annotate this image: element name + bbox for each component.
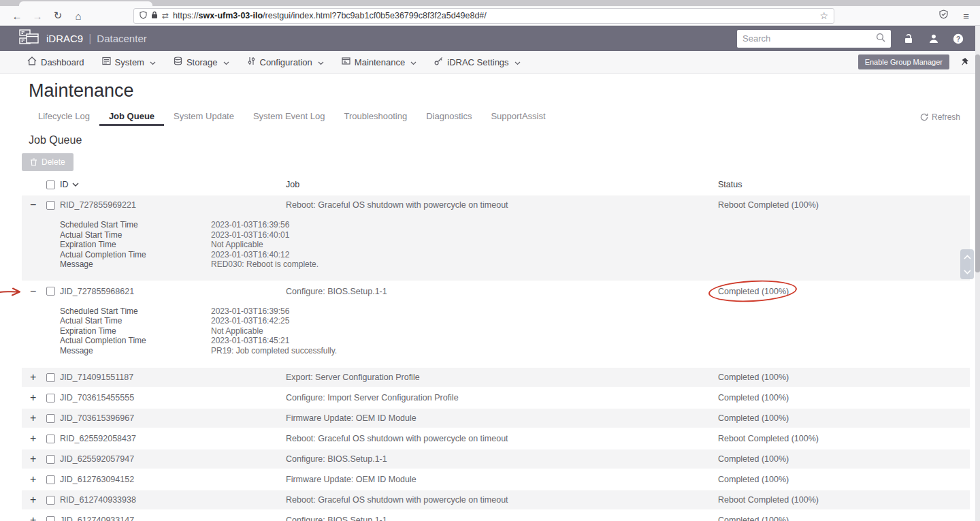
row-checkbox[interactable] (46, 373, 55, 382)
job-status: Completed (100%) (718, 393, 970, 402)
nav-label: Maintenance (355, 57, 405, 67)
tab-system-update[interactable]: System Update (164, 108, 244, 126)
menu-icon[interactable]: ≡ (963, 10, 969, 22)
nav-storage[interactable]: Storage (174, 57, 229, 67)
detail-label: Actual Start Time (60, 230, 211, 240)
nav-maintenance[interactable]: Maintenance (342, 57, 416, 67)
row-checkbox[interactable] (46, 516, 55, 521)
svg-text:?: ? (956, 35, 960, 42)
job-name: Configure: Import Server Configuration P… (286, 393, 718, 402)
nav-dashboard[interactable]: Dashboard (27, 57, 84, 67)
unlock-icon[interactable] (903, 33, 915, 44)
tab-diagnostics[interactable]: Diagnostics (416, 108, 481, 126)
detail-value: Not Applicable (211, 240, 263, 250)
key-icon (434, 57, 443, 67)
row-expander[interactable]: + (30, 432, 36, 444)
tab-job-queue[interactable]: Job Queue (99, 108, 164, 126)
help-icon[interactable]: ? (953, 33, 964, 44)
job-id: JID_703615455555 (60, 393, 286, 402)
detail-value: 2023-01-03T16:39:56 (211, 306, 289, 317)
row-expander[interactable]: + (30, 514, 36, 521)
permissions-shield-icon[interactable] (140, 10, 147, 22)
detail-value: 2023-01-03T16:42:25 (211, 316, 289, 326)
row-checkbox[interactable] (46, 394, 55, 402)
table-row: + JID_714091551187 Export: Server Config… (22, 368, 970, 387)
tab-supportassist[interactable]: SupportAssist (481, 108, 555, 126)
job-name: Reboot: Graceful OS shutdown with powerc… (286, 495, 718, 505)
refresh-button[interactable]: Refresh (920, 112, 960, 126)
scroll-up-button[interactable] (964, 255, 971, 259)
search-input[interactable] (742, 33, 876, 44)
table-row: + JID_612740933147 Configure: BIOS.Setup… (22, 511, 970, 521)
select-all-checkbox[interactable] (46, 180, 55, 189)
job-name: Configure: BIOS.Setup.1-1 (286, 454, 718, 464)
nav-idrac-settings[interactable]: iDRAC Settings (434, 57, 520, 67)
row-expander[interactable]: + (30, 392, 36, 403)
nav-system[interactable]: System (102, 57, 156, 67)
url-bar[interactable]: ⇄ https://swx-ufm3-03-ilo/restgui/index.… (133, 8, 834, 24)
table-row: + JID_625592057947 Configure: BIOS.Setup… (22, 449, 970, 469)
home-icon (27, 57, 37, 67)
refresh-label: Refresh (932, 112, 960, 122)
delete-button[interactable]: Delete (22, 153, 74, 171)
tab-lifecycle-log[interactable]: Lifecycle Log (29, 108, 99, 126)
row-expander[interactable]: + (30, 412, 36, 424)
detail-value: 2023-01-03T16:45:21 (211, 336, 289, 346)
lock-icon[interactable] (151, 10, 158, 22)
scrollbar-thumb[interactable] (975, 54, 980, 272)
job-status: Completed (100%) (718, 454, 970, 464)
pin-icon[interactable] (960, 57, 969, 67)
detail-value: 2023-01-03T16:40:12 (211, 250, 289, 260)
home-button[interactable]: ⌂ (68, 10, 88, 22)
reload-button[interactable]: ↻ (48, 10, 68, 22)
row-checkbox[interactable] (46, 201, 55, 210)
storage-icon (174, 57, 182, 67)
tab-troubleshooting[interactable]: Troubleshooting (334, 108, 416, 126)
job-name: Export: Server Configuration Profile (286, 373, 718, 382)
row-expander[interactable]: − (30, 199, 36, 210)
row-expander[interactable]: + (30, 473, 36, 485)
trash-icon (30, 158, 37, 166)
search-icon[interactable] (876, 33, 885, 45)
row-expander[interactable]: + (30, 453, 36, 464)
bookmark-star-icon[interactable]: ☆ (819, 10, 828, 21)
row-checkbox[interactable] (46, 475, 55, 484)
annotation-circle (708, 278, 797, 304)
scroll-down-button[interactable] (964, 270, 971, 274)
forward-button[interactable]: → (27, 10, 48, 22)
protection-shield-icon[interactable] (939, 10, 948, 22)
idrac-logo-icon (19, 29, 39, 48)
row-checkbox[interactable] (46, 455, 55, 464)
job-id: JID_714091551187 (60, 373, 286, 382)
job-rows: − RID_727855969221 Reboot: Graceful OS s… (22, 195, 970, 521)
job-id: JID_703615396967 (60, 413, 286, 423)
row-expander[interactable]: − (30, 285, 36, 297)
row-expander[interactable]: + (30, 371, 36, 383)
job-status: Reboot Completed (100%) (718, 495, 970, 505)
detail-label: Message (60, 346, 211, 356)
row-checkbox[interactable] (46, 496, 55, 505)
sort-caret-icon[interactable] (72, 183, 79, 187)
detail-label: Scheduled Start Time (60, 306, 211, 317)
detail-label: Actual Completion Time (60, 336, 211, 346)
job-name: Reboot: Graceful OS shutdown with powerc… (286, 200, 718, 210)
nav-configuration[interactable]: Configuration (247, 57, 324, 67)
browser-tab[interactable] (19, 1, 152, 6)
page-scrollbar[interactable] (975, 26, 980, 521)
system-icon (102, 57, 111, 67)
row-checkbox[interactable] (46, 287, 55, 296)
row-expander[interactable]: + (30, 494, 36, 505)
search-box[interactable] (737, 30, 891, 48)
detail-value: Not Applicable (211, 326, 263, 336)
back-button[interactable]: ← (7, 10, 27, 22)
tab-system-event-log[interactable]: System Event Log (244, 108, 335, 126)
row-details: Scheduled Start Time2023-01-03T16:39:56A… (22, 301, 970, 367)
row-checkbox[interactable] (46, 435, 55, 443)
enable-group-manager-button[interactable]: Enable Group Manager (858, 54, 949, 69)
chevron-down-icon (223, 57, 229, 67)
user-icon[interactable] (928, 33, 939, 44)
nav-label: Dashboard (41, 57, 84, 67)
column-id[interactable]: ID (60, 180, 69, 189)
row-checkbox[interactable] (46, 414, 55, 423)
https-switch-icon[interactable]: ⇄ (162, 11, 169, 20)
